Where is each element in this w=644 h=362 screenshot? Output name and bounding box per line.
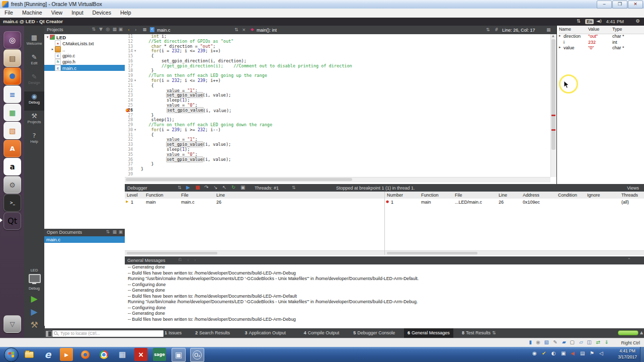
breakpoints-column-function[interactable]: Function xyxy=(419,192,453,199)
line-number[interactable]: 24 xyxy=(125,98,133,103)
line-number[interactable]: 30 xyxy=(125,128,133,133)
line-number[interactable]: 29 xyxy=(125,123,133,128)
launcher-writer-icon[interactable]: ≡ xyxy=(4,85,21,103)
step-out-icon[interactable]: ↖ xyxy=(222,185,226,190)
keyboard-indicator[interactable]: En xyxy=(585,19,594,24)
split-editor-icon[interactable]: ▦ xyxy=(546,27,551,32)
filter-icon[interactable]: ▼ xyxy=(99,27,103,32)
code-line-27[interactable]: 27 } xyxy=(125,113,550,118)
line-number[interactable]: 14 xyxy=(125,49,133,54)
status-network-arrows-icon[interactable]: ⇄ xyxy=(596,340,600,345)
code-line-14[interactable]: 14▾ for(i = 232; i <= 239; i++) xyxy=(125,49,550,54)
breakpoints-column-ignore[interactable]: Ignore xyxy=(585,192,619,199)
tray-updates-icon[interactable]: ◐ xyxy=(551,350,556,356)
stack-row[interactable]: 1mainmain.c26▶ xyxy=(125,199,384,205)
line-number[interactable]: 17 xyxy=(125,64,133,69)
line-number[interactable]: 31 xyxy=(125,133,133,138)
taskbar-x-app-icon[interactable]: × xyxy=(134,348,147,361)
line-number[interactable]: 33 xyxy=(125,142,133,147)
split-icon[interactable]: ▦ xyxy=(112,230,117,234)
stack-hscrollbar[interactable] xyxy=(125,250,384,255)
line-number[interactable]: 11 xyxy=(125,34,133,39)
status-folders-icon[interactable]: ▱ xyxy=(579,340,583,345)
stack-column-function[interactable]: Function xyxy=(144,192,179,199)
session-gear-icon[interactable]: ⚙ xyxy=(635,19,640,24)
line-number[interactable]: 20 xyxy=(125,78,133,83)
expand-arrow-icon[interactable]: ▸ xyxy=(559,34,561,38)
run-button[interactable]: ▶ xyxy=(24,295,44,303)
menu-item-devices[interactable]: Devices xyxy=(88,9,116,17)
taskbar-firefox-icon[interactable] xyxy=(78,348,92,361)
tree-item-led[interactable]: ▾LED xyxy=(44,34,125,40)
views-button[interactable]: Views xyxy=(627,186,639,191)
editor-hscrollbar-thumb[interactable] xyxy=(126,178,352,181)
tray-action-center-flag-icon[interactable]: ⚑ xyxy=(590,350,594,356)
line-number[interactable]: 39 xyxy=(125,172,133,177)
tree-item-main-c[interactable]: cmain.c xyxy=(44,65,125,71)
locals-row-direction[interactable]: ▸direction"out"char * xyxy=(557,34,644,40)
code-line-17[interactable]: 17 //get_gpio_direction(i); //Comment ou… xyxy=(125,64,550,69)
launcher-firefox-icon[interactable] xyxy=(4,67,21,85)
taskbar-sage-icon[interactable]: sage xyxy=(153,348,166,361)
output-pane-test-results[interactable]: 8Test Results xyxy=(458,328,494,338)
back-icon[interactable]: ‹ xyxy=(128,27,130,32)
stack-column-level[interactable]: Level xyxy=(125,192,144,199)
maximize-button[interactable]: ❐ xyxy=(612,1,627,9)
launcher-impress-icon[interactable]: ▧ xyxy=(4,122,21,139)
taskbar-chrome-icon[interactable] xyxy=(97,348,110,361)
locals-row-i[interactable]: i232int xyxy=(557,40,644,46)
tray-network-icon[interactable]: ▤ xyxy=(580,350,585,356)
code-editor[interactable]: 11 int i;12 //Set direction of GPIOs as … xyxy=(125,34,550,177)
bookmark-hash-icon[interactable]: # xyxy=(495,27,499,32)
output-pane-compile-output[interactable]: 4Compile Output xyxy=(300,328,343,338)
start-debugging-button[interactable]: ▶ xyxy=(24,308,44,316)
menu-item-view[interactable]: View xyxy=(47,9,67,17)
tray-bluetooth-icon[interactable]: ◉ xyxy=(532,350,537,356)
collapse-icon[interactable]: ⌃ xyxy=(627,258,631,262)
general-messages-output[interactable]: -- Generating done-- Build files have be… xyxy=(125,264,644,328)
line-number[interactable]: 22 xyxy=(125,88,133,94)
breakpoints-column-file[interactable]: File xyxy=(453,192,497,199)
tray-security-shield-icon[interactable]: ✔ xyxy=(542,350,546,356)
taskbar-explorer-icon[interactable] xyxy=(23,348,36,361)
combo-arrows-icon[interactable]: ⇅ xyxy=(178,186,182,190)
output-pane-issues[interactable]: 1Issues xyxy=(161,328,185,338)
code-line-30[interactable]: 30▾ for(i = 239; i >= 232; i--) xyxy=(125,128,550,133)
line-number[interactable]: 18 xyxy=(125,68,133,73)
breakpoints-hscrollbar[interactable] xyxy=(385,250,644,255)
line-number[interactable]: 28 xyxy=(125,118,133,123)
close-split-icon[interactable]: ▣ xyxy=(118,230,123,234)
line-number[interactable]: 16 xyxy=(125,59,133,64)
mode-projects[interactable]: ⚒Projects xyxy=(24,111,44,130)
start-button[interactable] xyxy=(4,347,19,362)
tree-expander-icon[interactable]: ▸ xyxy=(50,47,55,51)
clear-icon[interactable]: ⎌ xyxy=(178,257,182,262)
breakpoints-column-threads[interactable]: Threads xyxy=(619,192,644,199)
volume-icon[interactable]: ◄) xyxy=(596,19,602,24)
tray-volume-icon[interactable]: ◁ xyxy=(599,350,603,356)
line-number[interactable]: 19 xyxy=(125,73,133,78)
line-number[interactable]: 15 xyxy=(125,54,133,59)
tray-display-icon[interactable]: ▣ xyxy=(561,350,566,356)
status-usb-icon[interactable]: ◫ xyxy=(587,340,592,345)
locator-input[interactable]: Type to locate (Ctrl... xyxy=(52,330,164,337)
combo-arrows-icon[interactable]: ⇅ xyxy=(292,186,296,190)
line-number[interactable]: 32 xyxy=(125,137,133,142)
taskbar-calculator-icon[interactable]: ▦ xyxy=(116,348,129,361)
line-number[interactable]: 21 xyxy=(125,83,133,88)
locals-column-type[interactable]: Type xyxy=(612,26,644,34)
taskbar-virtualbox-icon[interactable]: ▣ xyxy=(172,348,186,362)
fold-marker-icon[interactable]: ▾ xyxy=(134,49,139,54)
menu-item-machine[interactable]: Machine xyxy=(18,9,47,17)
tree-item-gpio-h[interactable]: hgpio.h xyxy=(44,59,125,65)
line-number[interactable]: 27 xyxy=(125,113,133,118)
launcher-trash-icon[interactable]: ▽ xyxy=(4,315,21,333)
output-pane-application-output[interactable]: 3Application Output xyxy=(241,328,289,338)
expand-arrow-icon[interactable]: ▸ xyxy=(559,45,561,49)
line-number[interactable]: 38 xyxy=(125,167,133,172)
line-number[interactable]: 12 xyxy=(125,39,133,44)
code-line-36[interactable]: 36 set_gpio_value(i, value); xyxy=(125,157,550,162)
maximize-pane-icon[interactable]: ▲ xyxy=(640,331,643,335)
network-arrows-icon[interactable]: ⇅ xyxy=(577,19,581,24)
breakpoints-column-line[interactable]: Line xyxy=(497,192,521,199)
